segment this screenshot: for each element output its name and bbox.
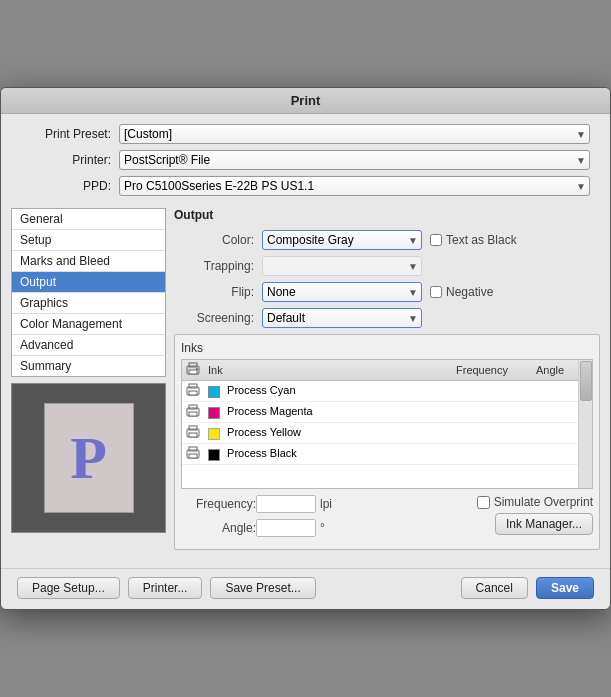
printer-row: Printer: PostScript® File ▼ bbox=[21, 150, 590, 170]
printer-select[interactable]: PostScript® File bbox=[119, 150, 590, 170]
scrollbar[interactable] bbox=[578, 360, 592, 488]
frequency-label: Frequency: bbox=[181, 497, 256, 511]
print-dialog: Print Print Preset: [Custom] ▼ Printer: … bbox=[0, 87, 611, 610]
printer-button[interactable]: Printer... bbox=[128, 577, 203, 599]
dialog-title: Print bbox=[1, 88, 610, 114]
sidebar-item-advanced[interactable]: Advanced bbox=[12, 335, 165, 356]
trapping-select-wrapper: ▼ bbox=[262, 256, 422, 276]
svg-rect-2 bbox=[189, 370, 197, 374]
row-ink-yellow: Process Yellow bbox=[204, 423, 452, 444]
frequency-unit: lpi bbox=[320, 497, 332, 511]
inks-section: Inks bbox=[174, 334, 600, 550]
printer-label: Printer: bbox=[21, 153, 111, 167]
row-freq-yellow bbox=[452, 423, 532, 444]
ink-manager-button[interactable]: Ink Manager... bbox=[495, 513, 593, 535]
yellow-swatch bbox=[208, 428, 220, 440]
ppd-select[interactable]: Pro C5100Sseries E-22B PS US1.1 bbox=[119, 176, 590, 196]
trapping-row: Trapping: ▼ bbox=[174, 256, 600, 276]
print-icon-magenta bbox=[186, 404, 200, 418]
main-content: General Setup Marks and Bleed Output Gra… bbox=[1, 208, 610, 560]
cancel-button[interactable]: Cancel bbox=[461, 577, 528, 599]
row-freq-cyan bbox=[452, 381, 532, 402]
row-print-icon-magenta bbox=[182, 402, 204, 423]
table-row: Process Magenta bbox=[182, 402, 592, 423]
yellow-ink-name: Process Yellow bbox=[227, 426, 301, 438]
printer-select-wrapper: PostScript® File ▼ bbox=[119, 150, 590, 170]
sidebar-item-setup[interactable]: Setup bbox=[12, 230, 165, 251]
freq-angle-fields: Frequency: lpi Angle: ° bbox=[181, 495, 332, 543]
magenta-swatch bbox=[208, 407, 220, 419]
content-area: Output Color: Composite GrayComposite RG… bbox=[174, 208, 600, 550]
simulate-overprint-label[interactable]: Simulate Overprint bbox=[477, 495, 593, 509]
inks-table-wrap: Ink Frequency Angle bbox=[181, 359, 593, 489]
preview-inner: P bbox=[44, 403, 134, 513]
sidebar-item-graphics[interactable]: Graphics bbox=[12, 293, 165, 314]
simulate-overprint-text: Simulate Overprint bbox=[494, 495, 593, 509]
text-as-black-checkbox[interactable] bbox=[430, 234, 442, 246]
ppd-row: PPD: Pro C5100Sseries E-22B PS US1.1 ▼ bbox=[21, 176, 590, 196]
row-ink-magenta: Process Magenta bbox=[204, 402, 452, 423]
nav-list: General Setup Marks and Bleed Output Gra… bbox=[11, 208, 166, 377]
col-frequency-header: Frequency bbox=[452, 360, 532, 381]
sidebar-item-marks-bleed[interactable]: Marks and Bleed bbox=[12, 251, 165, 272]
flip-select[interactable]: None Horizontal Vertical Both bbox=[262, 282, 422, 302]
row-ink-cyan: Process Cyan bbox=[204, 381, 452, 402]
color-select[interactable]: Composite GrayComposite RGBComposite CMY… bbox=[262, 230, 422, 250]
negative-text: Negative bbox=[446, 285, 493, 299]
bottom-bar: Page Setup... Printer... Save Preset... … bbox=[1, 568, 610, 609]
sidebar: General Setup Marks and Bleed Output Gra… bbox=[11, 208, 166, 550]
sidebar-item-color-management[interactable]: Color Management bbox=[12, 314, 165, 335]
sidebar-item-summary[interactable]: Summary bbox=[12, 356, 165, 376]
negative-checkbox[interactable] bbox=[430, 286, 442, 298]
frequency-input[interactable] bbox=[256, 495, 316, 513]
trapping-label: Trapping: bbox=[174, 259, 254, 273]
output-section-label: Output bbox=[174, 208, 600, 222]
printer-header-icon bbox=[186, 362, 200, 376]
row-print-icon-black bbox=[182, 444, 204, 465]
col-print-icon-header bbox=[182, 360, 204, 381]
black-ink-name: Process Black bbox=[227, 447, 297, 459]
color-select-wrapper: Composite GrayComposite RGBComposite CMY… bbox=[262, 230, 422, 250]
save-preset-button[interactable]: Save Preset... bbox=[210, 577, 315, 599]
black-swatch bbox=[208, 449, 220, 461]
flip-row: Flip: None Horizontal Vertical Both ▼ Ne… bbox=[174, 282, 600, 302]
col-ink-header: Ink bbox=[204, 360, 452, 381]
bottom-left-buttons: Page Setup... Printer... Save Preset... bbox=[17, 577, 316, 599]
text-as-black-label[interactable]: Text as Black bbox=[430, 233, 517, 247]
color-row: Color: Composite GrayComposite RGBCompos… bbox=[174, 230, 600, 250]
ppd-select-wrapper: Pro C5100Sseries E-22B PS US1.1 ▼ bbox=[119, 176, 590, 196]
row-print-icon-yellow bbox=[182, 423, 204, 444]
sim-ink-area: Simulate Overprint Ink Manager... bbox=[477, 495, 593, 535]
screening-row: Screening: Default ▼ bbox=[174, 308, 600, 328]
svg-rect-6 bbox=[189, 391, 197, 395]
sidebar-item-general[interactable]: General bbox=[12, 209, 165, 230]
screening-select[interactable]: Default bbox=[262, 308, 422, 328]
table-row: Process Cyan bbox=[182, 381, 592, 402]
angle-unit: ° bbox=[320, 521, 325, 535]
trapping-select[interactable] bbox=[262, 256, 422, 276]
ppd-label: PPD: bbox=[21, 179, 111, 193]
svg-rect-15 bbox=[189, 454, 197, 458]
angle-input[interactable] bbox=[256, 519, 316, 537]
inks-title: Inks bbox=[181, 341, 593, 355]
save-button[interactable]: Save bbox=[536, 577, 594, 599]
print-preset-label: Print Preset: bbox=[21, 127, 111, 141]
page-setup-button[interactable]: Page Setup... bbox=[17, 577, 120, 599]
bottom-right-buttons: Cancel Save bbox=[461, 577, 594, 599]
screening-select-wrapper: Default ▼ bbox=[262, 308, 422, 328]
text-as-black-text: Text as Black bbox=[446, 233, 517, 247]
svg-point-3 bbox=[196, 368, 198, 370]
color-label: Color: bbox=[174, 233, 254, 247]
negative-label[interactable]: Negative bbox=[430, 285, 493, 299]
svg-rect-9 bbox=[189, 412, 197, 416]
print-preset-select[interactable]: [Custom] bbox=[119, 124, 590, 144]
print-icon-cyan bbox=[186, 383, 200, 397]
print-preset-row: Print Preset: [Custom] ▼ bbox=[21, 124, 590, 144]
flip-label: Flip: bbox=[174, 285, 254, 299]
print-icon-black bbox=[186, 446, 200, 460]
top-fields: Print Preset: [Custom] ▼ Printer: PostSc… bbox=[1, 114, 610, 208]
sidebar-item-output[interactable]: Output bbox=[12, 272, 165, 293]
cyan-swatch bbox=[208, 386, 220, 398]
simulate-overprint-checkbox[interactable] bbox=[477, 496, 490, 509]
inks-table: Ink Frequency Angle bbox=[182, 360, 592, 465]
